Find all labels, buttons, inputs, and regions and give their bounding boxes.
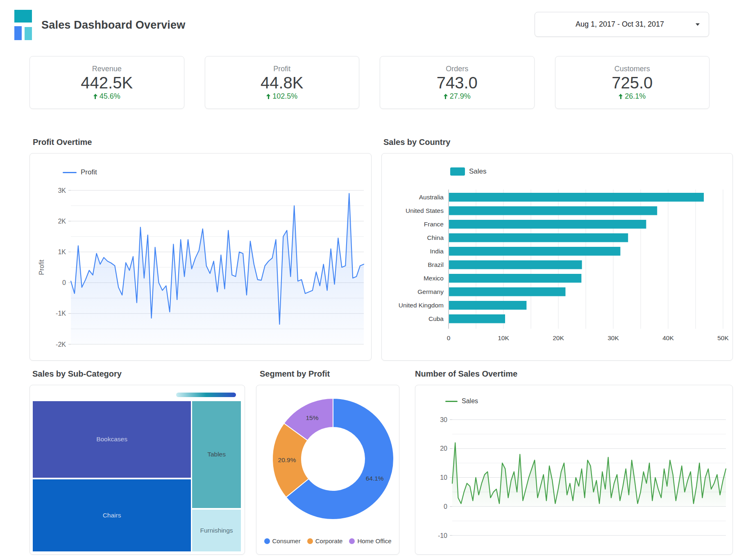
increase-arrow-icon — [619, 94, 623, 99]
profit-overtime-panel: Profit 3K 2K 1K 0 -1K -2KProfit — [29, 153, 372, 361]
treemap-tile-tables[interactable]: Tables — [192, 401, 241, 508]
kpi-card-customers: Customers 725.0 26.1% — [555, 56, 710, 109]
svg-text:Profit: Profit — [38, 260, 45, 275]
legend-home-office[interactable]: Home Office — [349, 537, 391, 544]
svg-text:United States: United States — [406, 207, 444, 214]
svg-text:Germany: Germany — [417, 288, 444, 295]
legend-sales-bars[interactable]: Sales — [450, 167, 487, 176]
kpi-label: Customers — [614, 65, 650, 73]
svg-text:Cuba: Cuba — [428, 315, 444, 322]
svg-text:64.1%: 64.1% — [366, 475, 384, 482]
kpi-delta: 45.6% — [93, 92, 120, 101]
svg-text:2K: 2K — [58, 218, 66, 225]
profit-line-chart[interactable]: 3K 2K 1K 0 -1K -2KProfit — [30, 154, 372, 361]
corporate-dot-icon — [307, 538, 313, 544]
svg-text:Australia: Australia — [419, 194, 444, 201]
svg-text:20: 20 — [440, 445, 447, 452]
kpi-value: 442.5K — [81, 74, 133, 91]
sales-dashboard: Sales Dashboard Overview Aug 1, 2017 - O… — [0, 0, 739, 560]
svg-text:Brazil: Brazil — [428, 261, 444, 268]
svg-text:0: 0 — [444, 503, 447, 510]
country-bar-chart[interactable]: AustraliaUnited StatesFranceChinaIndiaBr… — [382, 154, 733, 361]
svg-text:-2K: -2K — [56, 341, 66, 348]
treemap-panel: BookcasesChairsTablesFurnishings — [29, 385, 245, 555]
treemap-gradient-legend — [176, 393, 236, 397]
segment-donut-panel: 64.1%20.9%15% Consumer Corporate Home Of… — [256, 385, 399, 555]
kpi-card-revenue: Revenue 442.5K 45.6% — [29, 56, 184, 109]
treemap-canvas[interactable]: BookcasesChairsTablesFurnishings — [33, 401, 241, 551]
kpi-row: Revenue 442.5K 45.6% Profit 44.8K 102.5%… — [29, 56, 710, 109]
segment-donut-chart[interactable]: 64.1%20.9%15% — [256, 385, 400, 526]
kpi-card-orders: Orders 743.0 27.9% — [380, 56, 535, 109]
svg-text:40K: 40K — [662, 334, 674, 341]
section-title-sales-overtime: Number of Sales Overtime — [415, 369, 517, 379]
section-title-profit-overtime: Profit Overtime — [33, 138, 92, 147]
section-title-segment-by-profit: Segment by Profit — [260, 369, 330, 379]
svg-text:10K: 10K — [498, 334, 509, 341]
kpi-value: 44.8K — [261, 74, 304, 91]
svg-text:3K: 3K — [58, 187, 66, 194]
legend-profit-label: Profit — [81, 168, 97, 176]
svg-text:France: France — [424, 221, 444, 228]
sales-bar-swatch — [450, 167, 465, 176]
kpi-label: Orders — [446, 65, 468, 73]
date-range-selector[interactable]: Aug 1, 2017 - Oct 31, 2017 — [535, 12, 709, 37]
legend-profit[interactable]: Profit — [63, 168, 97, 176]
svg-text:United Kingdom: United Kingdom — [399, 302, 444, 309]
chevron-down-icon — [696, 23, 700, 26]
sales-by-country-panel: Sales AustraliaUnited StatesFranceChinaI… — [381, 153, 733, 361]
treemap-tile-furnishings[interactable]: Furnishings — [192, 510, 241, 551]
svg-text:20.9%: 20.9% — [278, 456, 296, 463]
svg-text:50K: 50K — [717, 334, 729, 341]
page-title: Sales Dashboard Overview — [41, 19, 185, 32]
svg-text:30: 30 — [440, 416, 447, 423]
home-office-dot-icon — [349, 538, 355, 544]
svg-text:0: 0 — [62, 279, 66, 286]
logo-square-bottom-left — [14, 26, 22, 40]
svg-text:Mexico: Mexico — [424, 275, 444, 282]
kpi-label: Revenue — [92, 65, 122, 73]
svg-text:-10: -10 — [438, 532, 447, 539]
treemap-tile-chairs[interactable]: Chairs — [33, 479, 191, 551]
kpi-value: 725.0 — [612, 74, 653, 91]
legend-sales-line-label: Sales — [462, 397, 478, 405]
svg-text:15%: 15% — [306, 414, 318, 421]
sales-line-swatch — [445, 401, 458, 402]
increase-arrow-icon — [444, 94, 448, 99]
svg-text:20K: 20K — [553, 334, 564, 341]
sales-overtime-panel: Sales 30 20 10 0 -10 — [415, 385, 733, 555]
consumer-dot-icon — [264, 538, 270, 544]
section-title-sales-by-subcategory: Sales by Sub-Category — [32, 369, 122, 379]
svg-text:India: India — [430, 248, 444, 255]
profit-line-swatch — [63, 172, 77, 173]
svg-text:1K: 1K — [58, 248, 66, 255]
svg-text:-1K: -1K — [56, 310, 66, 317]
legend-sales-label: Sales — [469, 167, 487, 176]
logo-square-top — [14, 10, 32, 23]
app-logo-icon — [14, 9, 32, 41]
svg-text:0: 0 — [447, 334, 451, 341]
kpi-value: 743.0 — [437, 74, 478, 91]
svg-text:30K: 30K — [608, 334, 619, 341]
kpi-delta: 27.9% — [444, 92, 471, 101]
legend-sales-line[interactable]: Sales — [445, 397, 478, 405]
treemap-tile-bookcases[interactable]: Bookcases — [33, 401, 191, 478]
kpi-label: Profit — [273, 65, 290, 73]
donut-legend: Consumer Corporate Home Office — [256, 537, 399, 544]
kpi-delta: 26.1% — [619, 92, 646, 101]
logo-square-bottom-right — [25, 27, 32, 40]
sales-line-chart[interactable]: 30 20 10 0 -10 — [415, 385, 733, 555]
legend-consumer[interactable]: Consumer — [264, 537, 301, 544]
increase-arrow-icon — [93, 94, 97, 99]
section-title-sales-by-country: Sales by Country — [383, 138, 450, 147]
increase-arrow-icon — [266, 94, 270, 99]
legend-corporate[interactable]: Corporate — [307, 537, 343, 544]
kpi-delta: 102.5% — [266, 92, 297, 101]
kpi-card-profit: Profit 44.8K 102.5% — [205, 56, 360, 109]
date-range-value: Aug 1, 2017 - Oct 31, 2017 — [544, 20, 696, 29]
svg-text:China: China — [427, 234, 444, 241]
svg-text:10: 10 — [440, 474, 447, 481]
